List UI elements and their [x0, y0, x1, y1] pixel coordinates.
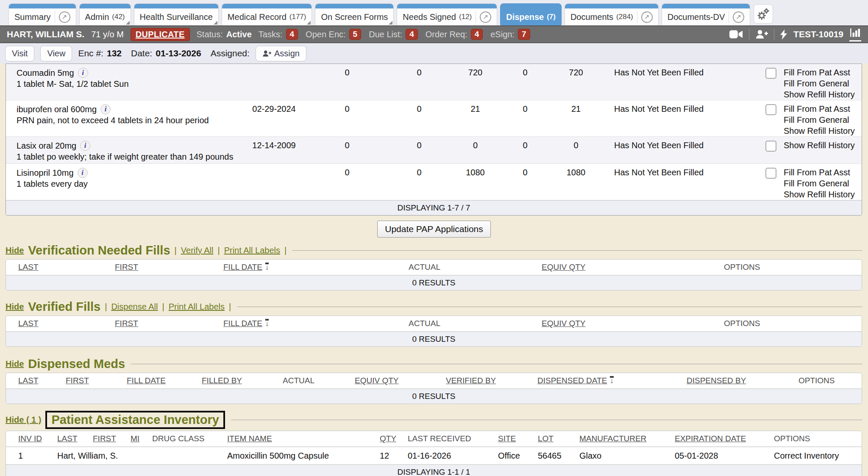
column-header-equiv-qty[interactable]: EQUIV QTY — [542, 263, 585, 271]
row-checkbox[interactable] — [765, 168, 776, 179]
counter-badge[interactable]: 4 — [406, 29, 418, 40]
counter-badge[interactable]: 4 — [471, 29, 483, 40]
info-icon[interactable]: i — [80, 141, 90, 151]
column-header-cell: LAST — [18, 376, 66, 385]
tab-dispense[interactable]: Dispense(7) — [500, 3, 562, 25]
option-show-refill-history-link[interactable]: Show Refill History — [784, 126, 862, 136]
option-show-refill-history-link[interactable]: Show Refill History — [784, 90, 862, 100]
column-header-first[interactable]: FIRST — [66, 376, 89, 385]
duplicate-badge[interactable]: DUPLICATE — [131, 28, 190, 41]
external-link-icon[interactable]: ↗ — [733, 11, 744, 23]
option-fill-from-pat-asst-link[interactable]: Fill From Pat Asst — [784, 104, 862, 114]
tab-admin[interactable]: Admin(42) — [79, 3, 131, 25]
tab-settings-button[interactable] — [754, 4, 773, 24]
column-header-manufacturer[interactable]: MANUFACTURER — [579, 434, 646, 443]
row-checkbox[interactable] — [765, 141, 776, 152]
column-header-equiv-qty[interactable]: EQUIV QTY — [355, 376, 398, 385]
column-header-expiration-date[interactable]: EXPIRATION DATE — [675, 434, 746, 443]
column-header-dispensed-by[interactable]: DISPENSED BY — [687, 376, 746, 385]
add-person-icon[interactable] — [755, 29, 768, 39]
column-header-dispensed-date[interactable]: DISPENSED DATE — [537, 376, 607, 385]
column-header-first[interactable]: FIRST — [115, 319, 138, 328]
hide-link[interactable]: Hide — [6, 302, 24, 312]
option-show-refill-history-link[interactable]: Show Refill History — [784, 190, 862, 199]
option-fill-from-pat-asst-link[interactable]: Fill From Pat Asst — [784, 168, 862, 177]
tab-accent-strip — [134, 4, 218, 8]
medication-name: Coumadin 5mg — [17, 68, 74, 78]
option-fill-from-general-link[interactable]: Fill From General — [784, 115, 862, 125]
column-header-last[interactable]: LAST — [18, 319, 39, 328]
column-header-actual: ACTUAL — [409, 319, 440, 328]
column-header-fill-date[interactable]: FILL DATE — [223, 263, 262, 271]
patient-name: HART, WILLIAM S. — [7, 29, 84, 39]
info-icon[interactable]: i — [78, 168, 88, 178]
tab-documents-dv[interactable]: Documents-DV↗ — [662, 3, 751, 25]
sort-descending-icon[interactable]: ↓ — [610, 376, 614, 384]
medication-qty-n3: 0 — [449, 141, 502, 150]
update-pap-applications-button[interactable]: Update PAP Applications — [377, 221, 491, 238]
column-header-fill-date[interactable]: FILL DATE — [127, 376, 166, 385]
row-checkbox[interactable] — [765, 68, 776, 79]
column-header-item-name[interactable]: ITEM NAME — [227, 434, 272, 443]
print-all-labels-link[interactable]: Print All Labels — [224, 246, 280, 255]
column-header-first[interactable]: FIRST — [115, 263, 138, 271]
print-all-labels-link[interactable]: Print All Labels — [169, 302, 225, 312]
medication-date: 12-14-2009 — [243, 141, 305, 150]
hide-link[interactable]: Hide — [6, 246, 24, 255]
tab-summary[interactable]: Summary↗ — [8, 3, 76, 25]
column-header-last[interactable]: LAST — [57, 434, 78, 443]
video-camera-icon[interactable] — [729, 30, 743, 39]
column-header-last[interactable]: LAST — [18, 263, 39, 271]
counter-badge[interactable]: 4 — [286, 29, 298, 40]
column-header-qty[interactable]: QTY — [380, 434, 396, 443]
external-link-icon[interactable]: ↗ — [480, 11, 491, 23]
pap-actions: Update PAP Applications — [0, 221, 868, 238]
separator: | — [217, 246, 220, 255]
view-button[interactable]: View — [40, 46, 72, 61]
assign-button[interactable]: Assign — [256, 46, 306, 61]
section-result-count: DISPLAYING 1-1 / 1 — [6, 464, 862, 476]
column-header-site[interactable]: SITE — [498, 434, 516, 443]
tab-label: Health Surveillance — [140, 12, 213, 22]
tab-medical-record[interactable]: Medical Record(177) — [222, 3, 312, 25]
column-header-inv-id[interactable]: INV ID — [18, 434, 42, 443]
tab-needs-signed[interactable]: Needs Signed(12)↗ — [397, 3, 497, 25]
hide-link[interactable]: Hide — [6, 359, 24, 369]
legend-rule — [131, 364, 862, 364]
column-header-filled-by[interactable]: FILLED BY — [202, 376, 242, 385]
verify-all-link[interactable]: Verify All — [181, 246, 214, 255]
vitals-chart-button[interactable] — [849, 28, 861, 42]
dispense-all-link[interactable]: Dispense All — [111, 302, 158, 312]
enc-number-label: Enc #: — [78, 48, 103, 58]
column-header-lot[interactable]: LOT — [538, 434, 554, 443]
lightning-bolt-icon[interactable] — [780, 29, 787, 40]
visit-button[interactable]: Visit — [5, 46, 34, 61]
column-header-first[interactable]: FIRST — [93, 434, 116, 443]
column-header-equiv-qty[interactable]: EQUIV QTY — [542, 319, 585, 328]
tab-on-screen-forms[interactable]: On Screen Forms — [315, 3, 394, 25]
gear-icon — [757, 8, 770, 20]
column-header-verified-by[interactable]: VERIFIED BY — [446, 376, 496, 385]
tab-health-surveillance[interactable]: Health Surveillance — [134, 3, 219, 25]
external-link-icon[interactable]: ↗ — [59, 11, 70, 23]
option-fill-from-general-link[interactable]: Fill From General — [784, 79, 862, 89]
divider — [476, 11, 476, 23]
medication-name: Lisinopril 10mg — [17, 168, 74, 178]
sort-descending-icon[interactable]: ↓ — [265, 263, 269, 271]
sort-descending-icon[interactable]: ↓ — [265, 319, 269, 327]
row-checkbox[interactable] — [765, 104, 776, 115]
column-header-fill-date[interactable]: FILL DATE — [223, 319, 262, 328]
hide-link[interactable]: Hide ( 1 ) — [6, 415, 41, 425]
tab-count-badge: (177) — [289, 13, 306, 21]
info-icon[interactable]: i — [100, 104, 111, 114]
column-header-mi[interactable]: MI — [131, 434, 139, 443]
option-show-refill-history-link[interactable]: Show Refill History — [784, 141, 862, 150]
counter-badge[interactable]: 5 — [349, 29, 362, 40]
option-fill-from-general-link[interactable]: Fill From General — [784, 179, 862, 188]
option-fill-from-pat-asst-link[interactable]: Fill From Pat Asst — [784, 68, 862, 77]
tab-documents[interactable]: Documents(284)↗ — [565, 3, 659, 25]
column-header-last[interactable]: LAST — [18, 376, 39, 385]
info-icon[interactable]: i — [78, 68, 88, 78]
external-link-icon[interactable]: ↗ — [641, 11, 653, 23]
counter-badge[interactable]: 7 — [518, 29, 530, 40]
